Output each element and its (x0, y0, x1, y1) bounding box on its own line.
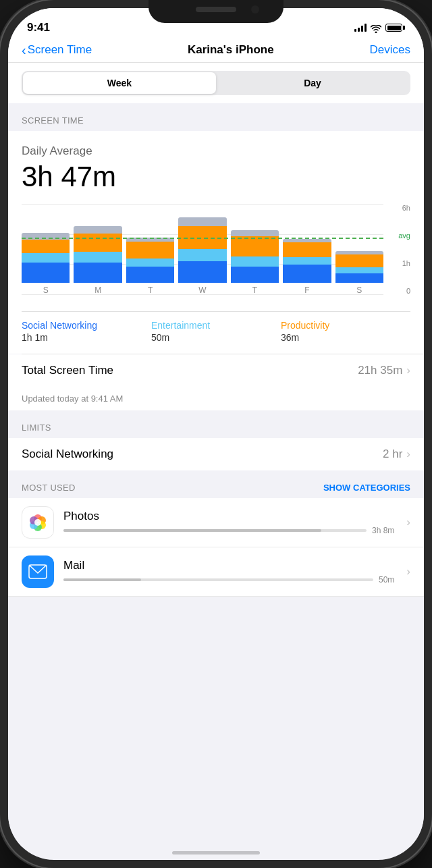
bar-lightblue-M (74, 252, 122, 263)
total-chevron-icon: › (406, 364, 410, 377)
avg-line (22, 238, 383, 239)
mail-bar-fill (63, 578, 141, 581)
category-productivity-name: Productivity (281, 320, 410, 331)
svg-point-6 (34, 519, 41, 526)
most-used-label: MOST USED (22, 483, 76, 493)
bar-blue-S2 (335, 273, 383, 283)
bar-S2: S (335, 204, 383, 295)
screen: 9:41 (8, 8, 424, 860)
bar-lightblue-T1 (126, 259, 174, 267)
limit-value-group: 2 hr › (383, 447, 410, 461)
segment-container: Week Day (8, 63, 424, 103)
phone-frame: 9:41 (0, 0, 432, 868)
bar-stack-T1 (126, 238, 174, 283)
bar-gray-W (178, 217, 226, 227)
total-value: 21h 35m (358, 364, 402, 377)
limits-section: LIMITS Social Networking 2 hr › (8, 410, 424, 470)
chart-bars: S M (22, 204, 383, 311)
mail-bar-track (63, 578, 373, 581)
category-social-time: 1h 1m (22, 332, 151, 343)
photos-bar-container: 3h 8m (63, 526, 394, 535)
bar-gray-T2 (231, 230, 279, 236)
y-label-6h: 6h (402, 204, 410, 212)
y-label-1h: 1h (402, 259, 410, 267)
bar-orange-S1 (22, 240, 70, 253)
photos-app-icon (22, 506, 54, 539)
mail-time: 50m (379, 575, 394, 585)
category-entertainment-name: Entertainment (151, 320, 281, 331)
bar-T1: T (126, 204, 174, 295)
bar-stack-S2 (335, 251, 383, 283)
status-time: 9:41 (27, 21, 50, 34)
mail-app-icon (22, 555, 54, 588)
category-productivity[interactable]: Productivity 36m (281, 320, 410, 343)
bar-stack-W (178, 217, 226, 283)
bar-blue-T2 (231, 267, 279, 283)
y-label-avg: avg (398, 232, 410, 240)
day-label-T1: T (148, 286, 153, 295)
speaker (196, 7, 236, 12)
back-button[interactable]: ‹ Screen Time (22, 43, 92, 57)
bar-F: F (283, 204, 331, 295)
bar-M: M (74, 204, 122, 295)
category-social[interactable]: Social Networking 1h 1m (22, 320, 151, 343)
bar-lightblue-S1 (22, 253, 70, 262)
social-networking-limit-row[interactable]: Social Networking 2 hr › (8, 438, 424, 470)
nav-title: Karina's iPhone (188, 43, 274, 57)
back-label: Screen Time (28, 43, 92, 57)
wifi-icon (371, 24, 381, 32)
bar-orange-F (283, 242, 331, 256)
limit-value: 2 hr (383, 447, 402, 461)
photos-app-info: Photos 3h 8m (63, 510, 394, 535)
bar-S1: S (22, 204, 70, 295)
total-screen-time-row[interactable]: Total Screen Time 21h 35m › (8, 354, 424, 387)
total-label: Total Screen Time (22, 364, 113, 377)
back-chevron-icon: ‹ (22, 43, 26, 57)
bar-lightblue-W (178, 249, 226, 261)
week-tab[interactable]: Week (23, 72, 216, 94)
bar-W: W (178, 204, 226, 295)
bar-orange-T2 (231, 236, 279, 256)
devices-button[interactable]: Devices (370, 43, 410, 57)
bar-blue-W (178, 261, 226, 283)
bar-lightblue-T2 (231, 256, 279, 267)
limit-chevron-icon: › (406, 447, 410, 461)
mail-app-row[interactable]: Mail 50m › (8, 547, 424, 597)
bar-stack-F (283, 239, 331, 283)
bar-blue-S1 (22, 263, 70, 283)
category-entertainment-time: 50m (151, 332, 281, 343)
daily-avg-value: 3h 47m (22, 161, 410, 193)
photos-row-chevron: › (406, 516, 410, 529)
photos-time: 3h 8m (372, 526, 394, 535)
bar-blue-M (74, 263, 122, 283)
mail-row-chevron: › (406, 565, 410, 578)
category-entertainment[interactable]: Entertainment 50m (151, 320, 281, 343)
y-label-0: 0 (406, 287, 410, 295)
mail-name: Mail (63, 559, 394, 572)
bar-chart: S M (22, 204, 410, 312)
bar-blue-F (283, 265, 331, 283)
limit-item-name: Social Networking (22, 447, 113, 461)
day-label: Day (304, 78, 321, 88)
category-legend: Social Networking 1h 1m Entertainment 50… (22, 312, 410, 354)
day-label-T2: T (252, 286, 257, 295)
bar-T2: T (231, 204, 279, 295)
signal-icon (354, 24, 367, 32)
chart-card: Daily Average 3h 47m (8, 131, 424, 354)
photos-app-row[interactable]: Photos 3h 8m › (8, 498, 424, 547)
most-used-header: MOST USED SHOW CATEGORIES (8, 470, 424, 498)
show-categories-button[interactable]: SHOW CATEGORIES (323, 483, 410, 493)
week-label: Week (107, 78, 132, 88)
home-indicator (172, 851, 260, 855)
category-social-name: Social Networking (22, 320, 151, 331)
content-area: Week Day SCREEN TIME Daily Average 3h 47… (8, 63, 424, 847)
limits-label: LIMITS (8, 410, 424, 438)
day-tab[interactable]: Day (216, 72, 409, 94)
photos-bar-track (63, 529, 367, 532)
day-label-S2: S (356, 286, 362, 295)
mail-bar-container: 50m (63, 575, 394, 585)
bar-lightblue-S2 (335, 267, 383, 273)
period-segment: Week Day (22, 71, 410, 95)
daily-avg-label: Daily Average (22, 144, 410, 158)
bar-orange-M (74, 234, 122, 252)
